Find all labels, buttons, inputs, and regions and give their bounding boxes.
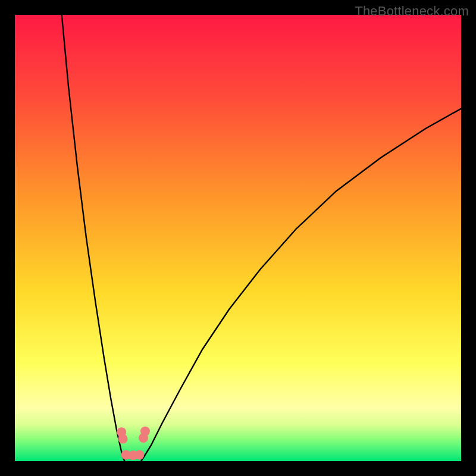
marker-right-lobe-top [140, 427, 150, 436]
watermark-text: TheBottleneck.com [355, 4, 469, 19]
chart-background [15, 15, 461, 461]
chart-svg [15, 15, 461, 461]
marker-left-lobe-upper [118, 434, 128, 444]
chart-stage: TheBottleneck.com [0, 0, 476, 476]
marker-valley-right [134, 450, 144, 460]
